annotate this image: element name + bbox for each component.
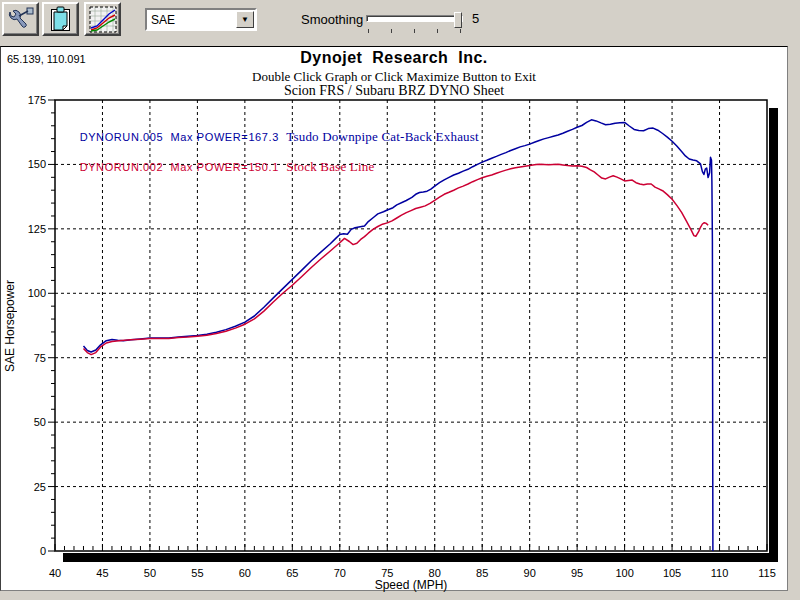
y-tick-label: 0 [40, 545, 46, 557]
toolbar: SAE ▼ Smoothing 5 [0, 0, 800, 46]
y-tick-label: 25 [34, 481, 46, 493]
smoothing-slider[interactable] [366, 12, 463, 34]
legend-run-005-max: Max POWER=167.3 [171, 131, 279, 143]
dyno-chart-area[interactable]: 4045505560657075808590951001051101150255… [0, 46, 788, 591]
plot-shadow-bottom [63, 553, 777, 562]
winpep-window: { "toolbar": { "buttons": [ { "icon": "t… [0, 0, 800, 600]
legend-run-002-max: Max POWER=150.1 [171, 161, 279, 173]
y-tick-label: 100 [28, 287, 46, 299]
chart-sheet-title: Scion FRS / Subaru BRZ DYNO Sheet [1, 83, 787, 99]
clipboard-icon [48, 6, 74, 33]
smoothing-value: 5 [472, 11, 479, 26]
y-axis-label: SAE Horsepower [3, 251, 19, 401]
correction-select-value: SAE [147, 13, 236, 27]
tuning-tools-icon [7, 6, 35, 32]
legend-run-002-name: DYNORUN.002 [80, 161, 164, 173]
smoothing-slider-track[interactable] [366, 15, 463, 22]
smoothing-slider-thumb[interactable] [454, 12, 462, 28]
y-tick-label: 150 [28, 158, 46, 170]
smoothing-label: Smoothing [301, 12, 363, 27]
clipboard-button[interactable] [42, 2, 79, 36]
chart-title: Dynojet Research Inc. [1, 49, 787, 67]
y-tick-label: 75 [34, 352, 46, 364]
legend-run-002-description: Stock Base Line [286, 159, 374, 174]
smoothing-slider-ticks [368, 29, 461, 34]
correction-select[interactable]: SAE ▼ [145, 8, 257, 31]
legend-run-005-description: Tsudo Downpipe Cat-Back Exhaust [286, 129, 479, 144]
graph-view-icon [89, 6, 117, 33]
y-tick-label: 50 [34, 416, 46, 428]
tuning-tools-button[interactable] [2, 2, 39, 36]
plot-shadow-right [769, 108, 778, 562]
legend-run-002: DYNORUN.002 Max POWER=150.1 Stock Base L… [65, 147, 374, 187]
graph-view-button[interactable] [84, 2, 121, 36]
x-axis-label: Speed (MPH) [55, 578, 767, 592]
chevron-down-icon[interactable]: ▼ [236, 11, 254, 28]
y-tick-label: 125 [28, 223, 46, 235]
legend-run-005-name: DYNORUN.005 [80, 131, 164, 143]
